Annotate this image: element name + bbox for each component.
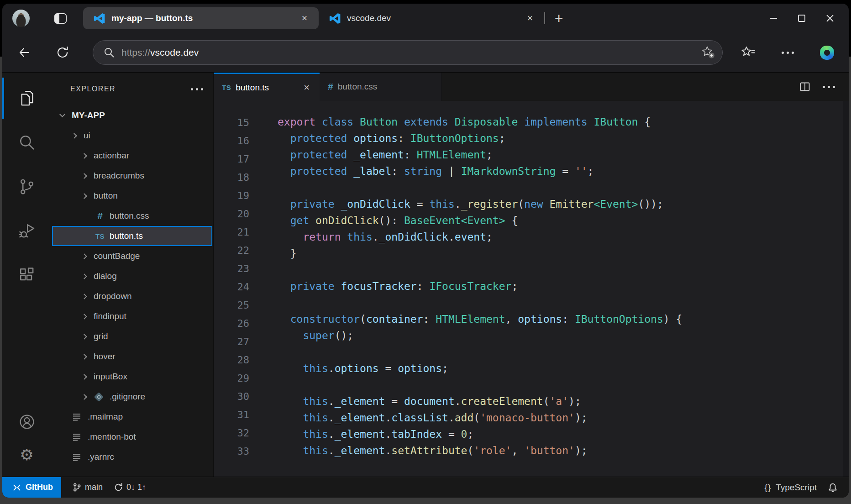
notifications-bell-icon[interactable] [828, 483, 838, 493]
minimize-button[interactable] [763, 8, 784, 28]
browser-tab-active[interactable]: my-app — button.ts × [83, 7, 319, 29]
chevron-right-icon [81, 334, 87, 340]
tab-close-icon[interactable]: × [298, 11, 311, 25]
code-line [278, 262, 682, 278]
tree-item-button[interactable]: button [52, 186, 212, 206]
address-bar[interactable]: https://vscode.dev [93, 40, 723, 65]
chevron-right-icon [81, 294, 87, 299]
line-number-gutter: 15161718192021222324252627282930313233 [214, 114, 249, 477]
tab-title: my-app — button.ts [111, 13, 193, 23]
chevron-right-icon [81, 253, 87, 259]
line-number: 18 [214, 168, 249, 187]
tree-item-actionbar[interactable]: actionbar [52, 146, 212, 166]
tree-item-countBadge[interactable]: countBadge [52, 246, 212, 266]
line-number: 16 [214, 132, 249, 150]
tree-item-label: actionbar [94, 151, 129, 161]
tab-close-icon[interactable]: × [523, 11, 537, 25]
tree-item-dot-gitignore[interactable]: .gitignore [52, 387, 212, 407]
tree-item-findinput[interactable]: findinput [52, 306, 212, 326]
line-number: 17 [214, 150, 249, 168]
tree-item-inputBox[interactable]: inputBox [52, 367, 212, 387]
sync-icon [114, 483, 123, 492]
editor-more-actions-icon[interactable] [823, 86, 835, 88]
vscode-logo-icon [329, 12, 341, 25]
profile-avatar[interactable] [12, 10, 30, 27]
search-view-icon[interactable] [16, 131, 38, 153]
chevron-right-icon [81, 314, 87, 320]
add-favorite-icon[interactable] [700, 45, 716, 60]
account-icon[interactable] [16, 411, 38, 433]
new-tab-button[interactable]: + [550, 9, 568, 27]
code-line: return this._onDidClick.event; [278, 229, 682, 245]
remote-indicator[interactable]: GitHub [2, 477, 61, 498]
source-control-icon[interactable] [16, 176, 38, 198]
back-icon[interactable] [14, 42, 34, 63]
close-button[interactable] [819, 8, 840, 28]
extensions-icon[interactable] [16, 264, 38, 286]
tree-item-hover[interactable]: hover [52, 346, 212, 367]
browser-menu-icon[interactable] [777, 42, 798, 63]
line-number: 32 [214, 424, 249, 442]
tree-item-MY-APP[interactable]: MY-APP [52, 105, 212, 126]
run-debug-icon[interactable] [16, 220, 38, 242]
tree-item-grid[interactable]: grid [52, 326, 212, 346]
chevron-right-icon [81, 153, 87, 159]
code-line: this.options = options; [278, 360, 682, 377]
explorer-sidebar: EXPLORER MY-APPuiactionbarbreadcrumbsbut… [51, 73, 213, 477]
line-number: 28 [214, 351, 249, 369]
sync-counts: 0↓ 1↑ [126, 483, 146, 492]
editor-tab-close-icon[interactable]: × [302, 81, 311, 94]
refresh-icon[interactable] [53, 42, 73, 63]
favorites-bar-icon[interactable] [738, 42, 758, 63]
tree-item-breadcrumbs[interactable]: breadcrumbs [52, 166, 212, 186]
copilot-icon[interactable] [817, 42, 837, 63]
tree-item-label: grid [94, 331, 108, 341]
tree-item-dot-mention-bot[interactable]: .mention-bot [52, 427, 212, 447]
tree-item-label: button [94, 191, 118, 201]
screen: my-app — button.ts × vscode.dev × + [0, 0, 851, 504]
chevron-right-icon [81, 193, 87, 199]
tree-item-label: findinput [94, 311, 126, 321]
editor-scrollbar[interactable] [843, 101, 849, 477]
tab-actions-icon[interactable] [54, 13, 67, 24]
tree-item-ui[interactable]: ui [52, 126, 212, 146]
tree-item-label: MY-APP [72, 110, 105, 121]
branch-status[interactable]: main [72, 483, 103, 492]
line-number: 15 [214, 114, 249, 132]
tree-item-label: dropdown [94, 291, 131, 301]
tree-item-dot-yarnrc[interactable]: .yarnrc [52, 447, 212, 467]
settings-gear-icon[interactable]: ⚙ [16, 444, 38, 466]
editor-tab-button-ts[interactable]: TS button.ts × [214, 73, 320, 101]
tree-item-button.ts[interactable]: TSbutton.ts [52, 226, 212, 246]
code-line: } [278, 245, 682, 262]
tree-item-dropdown[interactable]: dropdown [52, 286, 212, 306]
browser-tab-inactive[interactable]: vscode.dev × [319, 11, 543, 25]
chevron-right-icon [81, 394, 87, 400]
explorer-more-actions-icon[interactable] [191, 88, 203, 90]
code-line: private _onDidClick = this._register(new… [278, 196, 682, 212]
code-line: constructor(container: HTMLElement, opti… [278, 311, 682, 327]
remote-icon [12, 483, 21, 492]
editor-tab-button-css[interactable]: # button.css [320, 73, 442, 101]
editor-tab-bar: TS button.ts × # button.css [214, 73, 849, 101]
split-editor-icon[interactable] [799, 81, 811, 93]
tree-item-dialog[interactable]: dialog [52, 266, 212, 286]
css-file-icon: # [94, 210, 106, 221]
url-host: vscode.dev [150, 47, 199, 58]
tree-item-dot-mailmap[interactable]: .mailmap [52, 407, 212, 427]
tree-item-button.css[interactable]: #button.css [52, 206, 212, 226]
sync-status[interactable]: 0↓ 1↑ [114, 483, 146, 492]
vscode-workbench: ⚙ EXPLORER MY-APPuiactionbarbreadcrumbsb… [2, 72, 849, 477]
code-line: this._element.tabIndex = 0; [278, 426, 682, 442]
maximize-button[interactable] [791, 8, 812, 28]
language-mode[interactable]: TypeScript [776, 483, 817, 493]
tree-item-label: button.css [110, 211, 149, 221]
braces-icon: {} [765, 483, 772, 493]
code-line: protected _element: HTMLElement; [278, 147, 682, 163]
code-line: super(); [278, 327, 682, 344]
explorer-view-icon[interactable] [16, 87, 38, 109]
text-file-icon [72, 413, 81, 421]
tree-item-label: countBadge [94, 251, 140, 261]
code-editor[interactable]: 15161718192021222324252627282930313233 e… [214, 101, 849, 477]
line-number: 33 [214, 442, 249, 461]
